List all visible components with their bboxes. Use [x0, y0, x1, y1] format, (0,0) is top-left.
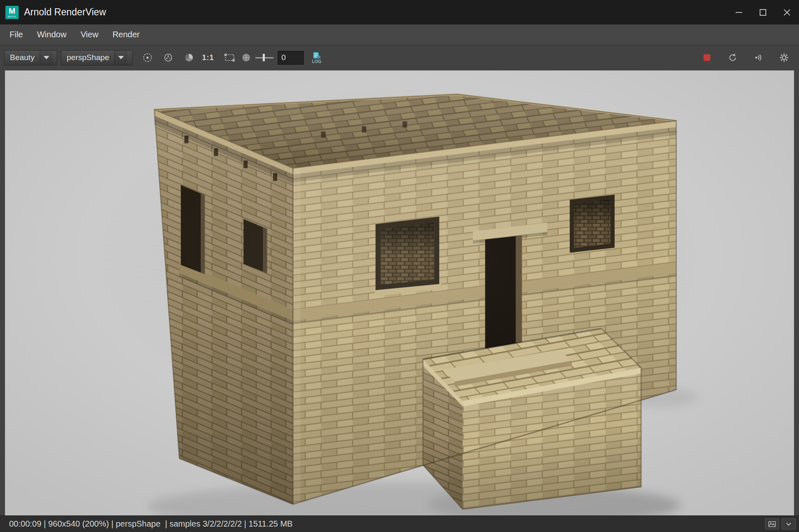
aov-dropdown-value[interactable]: Beauty	[5, 51, 40, 65]
refresh-icon	[728, 53, 738, 63]
window-controls	[727, 0, 799, 24]
maximize-icon	[759, 9, 767, 16]
exposure-button[interactable]	[140, 49, 155, 66]
maya-logo-icon: M MAYA	[5, 6, 19, 19]
stop-render-icon	[704, 54, 710, 61]
toolbar-right-group	[700, 49, 792, 66]
menu-render[interactable]: Render	[105, 24, 147, 44]
ipr-signal-icon	[753, 53, 763, 63]
log-toggle-button[interactable]: LOG	[312, 52, 322, 64]
snapshot-button[interactable]	[765, 518, 779, 530]
rgb-channels-button[interactable]	[161, 49, 176, 66]
aov-dropdown: Beauty	[4, 50, 57, 65]
render-status-text: 00:00:09 | 960x540 (200%) | perspShape |…	[9, 519, 293, 529]
settings-button[interactable]	[777, 49, 792, 66]
minimize-icon	[735, 9, 743, 16]
debug-shading-button[interactable]	[239, 49, 254, 66]
statusbar: 00:00:09 | 960x540 (200%) | perspShape |…	[0, 515, 799, 532]
chevron-down-icon	[118, 56, 124, 59]
ipr-status-button[interactable]	[751, 49, 766, 66]
camera-dropdown-arrow[interactable]	[114, 51, 127, 65]
crop-region-icon	[224, 53, 235, 62]
zoom-ratio-button[interactable]: 1:1	[201, 49, 215, 66]
rgb-channels-icon	[163, 53, 173, 63]
titlebar: M MAYA Arnold RenderView	[0, 0, 799, 24]
vignette-overlay	[5, 70, 794, 515]
camera-dropdown-value[interactable]: perspShape	[61, 51, 114, 65]
minimize-button[interactable]	[727, 0, 751, 24]
debug-shading-icon	[241, 53, 251, 63]
aov-dropdown-arrow[interactable]	[40, 51, 53, 65]
debug-value-input[interactable]	[278, 51, 304, 65]
slider-handle[interactable]	[263, 54, 265, 61]
crop-region-button[interactable]	[222, 49, 237, 66]
chevron-down-icon	[44, 56, 49, 59]
log-icon	[312, 52, 321, 59]
window-title: Arnold RenderView	[24, 7, 106, 18]
close-icon	[783, 8, 791, 17]
snapshot-icon	[768, 521, 776, 527]
statusbar-buttons	[765, 518, 796, 530]
debug-shading-slider[interactable]	[255, 53, 274, 62]
render-viewport[interactable]	[5, 70, 794, 515]
stop-render-button[interactable]	[700, 49, 714, 66]
arnold-renderview-window: M MAYA Arnold RenderView File Window Vie…	[0, 0, 799, 532]
refresh-render-button[interactable]	[725, 49, 740, 66]
menu-view[interactable]: View	[73, 24, 105, 44]
gear-icon	[779, 53, 789, 63]
menu-file[interactable]: File	[2, 24, 30, 44]
color-wheel-icon	[184, 53, 194, 63]
close-button[interactable]	[775, 0, 799, 24]
render-canvas	[5, 70, 794, 515]
exposure-icon	[142, 52, 153, 63]
color-correction-button[interactable]	[182, 49, 196, 66]
toolbar: Beauty perspShape	[0, 45, 799, 70]
log-label: LOG	[312, 59, 322, 64]
camera-dropdown: perspShape	[61, 50, 133, 65]
menubar: File Window View Render	[0, 24, 799, 45]
zoom-ratio-label: 1:1	[202, 53, 214, 62]
maximize-button[interactable]	[751, 0, 775, 24]
menu-window[interactable]: Window	[30, 24, 73, 44]
expand-statusbar-button[interactable]	[782, 518, 796, 530]
chevron-down-icon	[786, 522, 792, 526]
